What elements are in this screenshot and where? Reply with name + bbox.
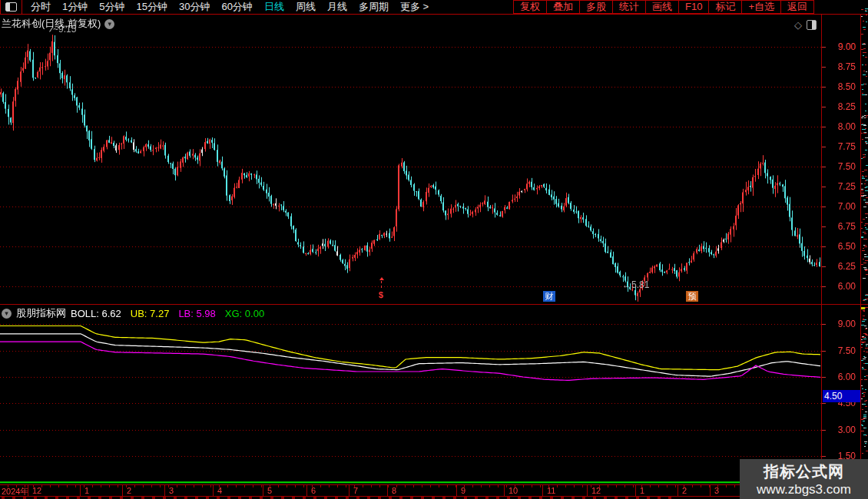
year-label: 2024年 [2, 486, 28, 497]
indicator-collapse-icon[interactable]: ▾ [2, 309, 12, 319]
month-separator [387, 485, 388, 496]
toolbar-item-10[interactable]: 更多 > [400, 0, 429, 14]
tool-button-1[interactable]: 叠加 [546, 0, 580, 14]
main-axis-label-8.00: 8.00 [822, 121, 856, 132]
main-axis-label-8.75: 8.75 [822, 61, 856, 72]
tool-button-4[interactable]: 画线 [645, 0, 679, 14]
app-window: 分时1分钟5分钟15分钟30分钟60分钟日线周线月线多周期更多 > 复权叠加多股… [0, 0, 868, 499]
month-label-6: 6 [311, 486, 316, 495]
tool-button-6[interactable]: 标记 [708, 0, 742, 14]
indicator-axis-label-7.50: 7.50 [822, 345, 856, 356]
main-axis-tick [822, 147, 826, 147]
toolbar-item-8[interactable]: 月线 [327, 0, 347, 14]
tool-button-8[interactable]: 返回 [780, 0, 814, 14]
main-axis-label-6.25: 6.25 [822, 261, 856, 272]
month-separator [542, 485, 543, 496]
indicator-field-xg: XG: 0.00 [225, 308, 264, 319]
toolbar-item-5[interactable]: 60分钟 [221, 0, 252, 14]
watermark-title: 指标公式网 [740, 461, 868, 482]
panel-divider-line [0, 304, 860, 305]
main-axis-label-7.25: 7.25 [822, 181, 856, 192]
signal-badge-2: 预 [686, 291, 698, 302]
month-separator [164, 485, 165, 496]
indicator-axis-label-3.00: 3.00 [822, 425, 856, 435]
main-candlestick-chart[interactable] [0, 31, 822, 304]
main-axis-label-7.50: 7.50 [822, 161, 856, 172]
main-axis-tick [822, 67, 826, 68]
month-label-8: 8 [392, 486, 396, 495]
tool-button-5[interactable]: F10 [678, 0, 709, 14]
tool-button-7[interactable]: +自选 [741, 0, 781, 14]
tool-button-2[interactable]: 多股 [579, 0, 613, 14]
tool-button-3[interactable]: 统计 [612, 0, 646, 14]
month-separator [587, 485, 588, 496]
toolbar-item-1[interactable]: 1分钟 [62, 0, 88, 14]
month-label-7: 7 [353, 486, 358, 495]
layout-icon [5, 2, 17, 12]
main-axis-tick [822, 207, 826, 207]
month-separator [504, 485, 505, 496]
main-axis-label-6.75: 6.75 [822, 221, 856, 232]
month-separator [122, 485, 123, 496]
signal-marker-dollar: $ [379, 290, 383, 299]
indicator-axis-tick [822, 430, 826, 431]
main-axis-label-9.00: 9.00 [822, 41, 856, 52]
main-axis-tick [822, 286, 826, 287]
toolbar-item-4[interactable]: 30分钟 [179, 0, 210, 14]
main-axis-tick [822, 127, 826, 127]
month-separator [263, 485, 263, 496]
month-label-10: 10 [509, 486, 518, 495]
month-separator [80, 485, 81, 496]
indicator-field-ub: UB: 7.27 [131, 308, 170, 319]
indicator-field-lb: LB: 5.98 [178, 308, 215, 319]
main-axis-tick [822, 187, 826, 187]
period-menu: 分时1分钟5分钟15分钟30分钟60分钟日线周线月线多周期更多 > [22, 0, 429, 14]
month-label-11: 11 [547, 486, 555, 495]
signal-badge-1: 财 [543, 291, 555, 302]
signal-arrow-dash [381, 281, 383, 288]
month-separator [306, 485, 307, 496]
indicator-source-label: 股朋指标网 [16, 306, 66, 320]
toolbar-item-3[interactable]: 15分钟 [136, 0, 167, 14]
toolbar-item-7[interactable]: 周线 [296, 0, 316, 14]
date-axis: 2024年 12123456789101112123 [0, 485, 860, 496]
watermark: 指标公式网 www.zbgs3.com [740, 459, 868, 499]
indicator-header: ▾ 股朋指标网 BOLL: 6.62UB: 7.27LB: 5.98XG: 0.… [2, 306, 264, 320]
indicator-axis-tick [822, 377, 826, 378]
main-axis-tick [822, 226, 826, 227]
month-separator [349, 485, 350, 496]
month-separator [28, 485, 28, 496]
mini-overview-strip[interactable] [861, 0, 868, 499]
indicator-values: BOLL: 6.62UB: 7.27LB: 5.98XG: 0.00 [71, 308, 264, 319]
month-label-2: 2 [127, 486, 131, 495]
toolbar-item-9[interactable]: 多周期 [359, 0, 389, 14]
panel-toggle-icon[interactable] [807, 20, 817, 30]
month-label-0: 12 [32, 486, 41, 495]
toolbar-item-6[interactable]: 日线 [264, 0, 284, 14]
indicator-axis-tick [822, 456, 826, 457]
month-label-14: 2 [682, 486, 687, 495]
month-separator [635, 485, 636, 496]
main-axis-label-8.25: 8.25 [822, 101, 856, 112]
boll-indicator-chart[interactable] [0, 305, 822, 484]
diamond-icon[interactable]: ◇ [794, 19, 802, 31]
main-axis-label-6.00: 6.00 [822, 281, 856, 292]
main-axis-label-7.00: 7.00 [822, 201, 856, 212]
stock-title: 兰花科创(日线,前复权) [2, 17, 101, 31]
chevron-down-icon[interactable]: ▾ [104, 19, 114, 29]
indicator-axis-tick [822, 351, 826, 352]
watermark-url: www.zbgs3.com [740, 482, 868, 497]
month-label-9: 9 [461, 486, 465, 495]
month-label-5: 5 [267, 486, 272, 495]
toolbar-item-2[interactable]: 5分钟 [99, 0, 124, 14]
toolbar-item-0[interactable]: 分时 [31, 0, 51, 14]
main-axis-label-7.75: 7.75 [822, 141, 856, 152]
layout-toggle-button[interactable] [0, 0, 22, 14]
month-label-15: 3 [714, 486, 719, 495]
month-separator [456, 485, 457, 496]
main-axis-tick [822, 167, 826, 167]
month-separator [710, 485, 711, 496]
tool-button-0[interactable]: 复权 [513, 0, 547, 14]
chart-title-row: 兰花科创(日线,前复权) ▾ [2, 17, 114, 31]
main-axis-tick [822, 266, 826, 267]
